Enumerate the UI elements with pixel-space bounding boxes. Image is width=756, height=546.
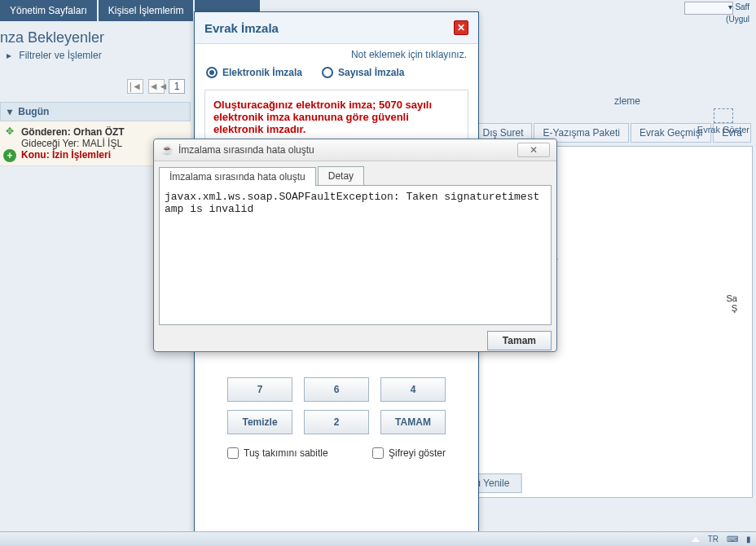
page-number[interactable]: 1 xyxy=(169,79,185,94)
checkbox-fix-keypad[interactable]: Tuş takımını sabitle xyxy=(227,447,328,459)
keypad-4[interactable]: 4 xyxy=(380,377,446,402)
checkbox-show-input[interactable] xyxy=(372,447,384,459)
close-button[interactable]: ✕ xyxy=(454,20,468,35)
section-today-label: Bugün xyxy=(18,106,49,117)
move-icon: ✥ xyxy=(3,125,16,138)
add-icon[interactable]: + xyxy=(3,149,16,162)
user-role: (Uygul xyxy=(726,15,749,24)
error-dialog: ☕ İmzalama sırasında hata oluştu ✕ İmzal… xyxy=(153,139,557,352)
user-area: ▾ Saff (Uygul xyxy=(678,0,756,25)
signature-warning: Oluşturacağınız elektronik imza; 5070 sa… xyxy=(204,90,468,144)
pin-keypad: 7 6 4 Temizle 2 TAMAM Tuş takımını sabit… xyxy=(195,369,478,472)
paginator: |◄ ◄◄ 1 xyxy=(0,71,191,102)
keypad-2[interactable]: 2 xyxy=(304,410,369,434)
izleme-label: zleme xyxy=(614,95,754,107)
sign-dialog-title: Evrak İmzala xyxy=(204,21,454,35)
keypad-7[interactable]: 7 xyxy=(227,377,292,402)
page-prev-button[interactable]: ◄◄ xyxy=(148,79,165,94)
evrak-goster-label: Evrak Göster xyxy=(697,125,749,134)
checkbox-fix-label: Tuş takımını sabitle xyxy=(244,447,328,459)
page-first-button[interactable]: |◄ xyxy=(127,79,143,94)
taskbar: TR ⌨ ▮ xyxy=(0,531,756,546)
doc-s: Ş xyxy=(727,303,737,313)
radio-dot-icon xyxy=(322,67,333,78)
error-tab-message[interactable]: İmzalama sırasında hata oluştu xyxy=(159,167,316,186)
doc-sa: Sa xyxy=(727,293,737,303)
chevron-right-icon: ▸ xyxy=(7,50,11,61)
lang-indicator[interactable]: TR xyxy=(708,535,719,544)
nav-tab-kisisel[interactable]: Kişisel İşlemlerim xyxy=(99,0,194,21)
error-dialog-title: İmzalama sırasında hata oluştu xyxy=(178,144,517,156)
chevron-down-icon: ▾ xyxy=(7,106,12,117)
ok-button[interactable]: Tamam xyxy=(487,331,552,350)
error-tab-detail[interactable]: Detay xyxy=(318,166,364,185)
radio-digital-sign[interactable]: Sayısal İmzala xyxy=(322,67,404,78)
tray-keyboard-icon[interactable]: ⌨ xyxy=(727,535,738,544)
radio-electronic-label: Elektronik İmzala xyxy=(222,67,302,78)
keypad-ok[interactable]: TAMAM xyxy=(380,410,446,434)
user-name: Saff xyxy=(735,2,749,11)
keypad-6[interactable]: 6 xyxy=(304,377,369,402)
window-close-button[interactable]: ✕ xyxy=(517,143,550,157)
java-icon: ☕ xyxy=(160,143,174,156)
doc-sender: Gönderen: Orhan ÖZT xyxy=(21,126,186,138)
tray-flag-icon[interactable]: ▮ xyxy=(746,535,751,544)
checkbox-show-password[interactable]: Şifreyi göster xyxy=(372,447,446,459)
document-icon xyxy=(714,108,733,123)
filters-label: Filtreler ve İşlemler xyxy=(19,50,101,61)
evrak-goster-button[interactable]: Evrak Göster xyxy=(692,107,754,136)
radio-dot-icon xyxy=(206,67,218,78)
checkbox-fix-input[interactable] xyxy=(227,447,239,459)
nav-tab-yonetim[interactable]: Yönetim Sayfaları xyxy=(0,0,97,21)
radio-electronic-sign[interactable]: Elektronik İmzala xyxy=(206,67,302,78)
section-today[interactable]: ▾ Bugün xyxy=(0,102,191,121)
radio-digital-label: Sayısal İmzala xyxy=(338,67,404,78)
keypad-clear[interactable]: Temizle xyxy=(227,410,292,434)
user-dropdown[interactable]: ▾ xyxy=(684,2,733,15)
error-content: javax.xml.ws.soap.SOAPFaultException: Ta… xyxy=(159,185,552,325)
tray-up-icon[interactable] xyxy=(692,537,700,542)
add-note-link[interactable]: Not eklemek için tıklayınız. xyxy=(195,44,478,60)
checkbox-show-label: Şifreyi göster xyxy=(389,447,446,459)
